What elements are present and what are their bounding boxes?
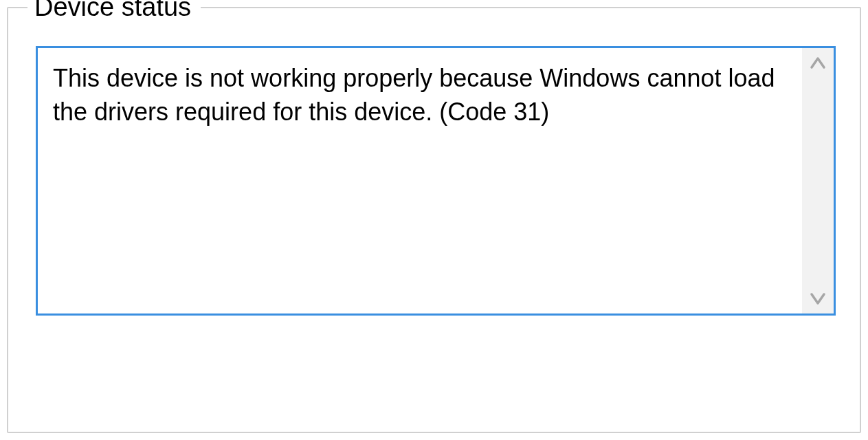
device-status-group: Device status This device is not working… [7, 7, 861, 433]
vertical-scrollbar[interactable] [802, 48, 834, 314]
scroll-down-icon[interactable] [810, 292, 826, 307]
device-status-textbox[interactable]: This device is not working properly beca… [36, 46, 836, 316]
group-legend: Device status [27, 0, 201, 23]
device-status-message: This device is not working properly beca… [38, 48, 802, 314]
scroll-up-icon[interactable] [810, 55, 826, 70]
